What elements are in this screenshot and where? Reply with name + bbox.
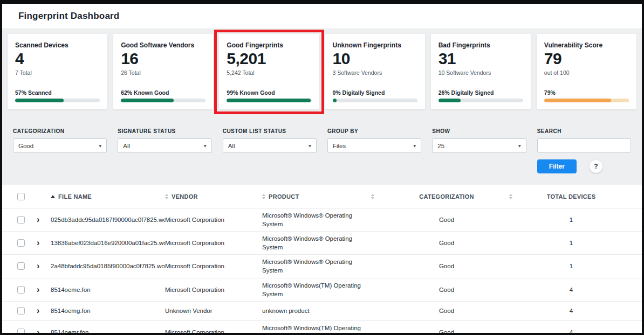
filter-categorization: Categorization Good ▾ bbox=[13, 128, 107, 153]
card-title: Good Software Vendors bbox=[121, 41, 205, 49]
progress-label: 99% Known Good bbox=[227, 89, 311, 96]
card-value: 10 bbox=[333, 50, 417, 68]
total-devices-cell: 4 bbox=[513, 287, 629, 293]
card-subtitle: 3 Software Vendors bbox=[333, 69, 417, 76]
group-by-select[interactable]: Files ▾ bbox=[327, 138, 421, 153]
total-devices-cell: 4 bbox=[513, 329, 629, 333]
table-header-row: File Name Vendor Product Categorization … bbox=[2, 185, 642, 208]
column-header-file-name[interactable]: File Name bbox=[51, 193, 165, 200]
select-value: All bbox=[228, 143, 235, 149]
card-title: Unknown Fingerprints bbox=[333, 41, 417, 49]
vendor-cell: Microsoft Corporation bbox=[165, 329, 262, 333]
custom-list-status-select[interactable]: All ▾ bbox=[223, 138, 317, 153]
filter-bar: Categorization Good ▾ Signature Status A… bbox=[2, 114, 642, 173]
sort-icon bbox=[371, 194, 374, 199]
filter-label: Categorization bbox=[13, 128, 107, 134]
select-all-checkbox[interactable] bbox=[17, 193, 25, 200]
column-header-product[interactable]: Product bbox=[262, 193, 380, 200]
sort-icon bbox=[509, 194, 512, 199]
progress-fill bbox=[121, 99, 173, 102]
progress-bar bbox=[333, 99, 417, 102]
column-label: Vendor bbox=[172, 193, 198, 200]
column-header-total-devices[interactable]: Total Devices bbox=[513, 193, 629, 200]
card-value: 79 bbox=[544, 50, 629, 68]
table-row: › 2a48bfaddc95da0185f90000ac0f7825.wow..… bbox=[2, 255, 642, 278]
card-subtitle: out of 100 bbox=[544, 69, 629, 76]
file-name-cell: 8514oemg.fon bbox=[51, 308, 165, 314]
vendor-cell: Microsoft Corporation bbox=[165, 287, 262, 293]
file-name-cell: 13836abef023da016e920000a01fac25.wow6... bbox=[51, 240, 165, 246]
card-good-fingerprints[interactable]: Good Fingerprints 5,201 5,242 Total 99% … bbox=[219, 34, 319, 109]
card-subtitle: 26 Total bbox=[121, 69, 205, 76]
product-cell: unknown product bbox=[262, 304, 380, 318]
card-unknown-fingerprints[interactable]: Unknown Fingerprints 10 3 Software Vendo… bbox=[325, 34, 425, 109]
column-label: File Name bbox=[58, 193, 92, 200]
expand-row-button[interactable]: › bbox=[36, 262, 51, 270]
expand-row-button[interactable]: › bbox=[36, 328, 51, 333]
sort-icon bbox=[165, 194, 168, 199]
product-cell: Microsoft® Windows(TM) Operating System bbox=[262, 321, 380, 333]
show-select[interactable]: 25 ▾ bbox=[432, 138, 526, 153]
progress-bar bbox=[439, 99, 523, 102]
row-checkbox[interactable] bbox=[17, 216, 25, 224]
progress-fill bbox=[227, 99, 311, 102]
card-vulnerability-score[interactable]: Vulnerability Score 79 out of 100 79% bbox=[537, 34, 636, 109]
product-cell: Microsoft® Windows® Operating System bbox=[262, 255, 380, 277]
page-title: Fingerprint Dashboard bbox=[18, 11, 119, 22]
card-value: 16 bbox=[121, 50, 205, 68]
app-header: Fingerprint Dashboard bbox=[2, 4, 642, 29]
column-label: Total Devices bbox=[547, 193, 596, 200]
filter-label: Signature Status bbox=[118, 128, 211, 134]
fingerprint-dashboard-page: Fingerprint Dashboard Scanned Devices 4 … bbox=[0, 0, 644, 335]
expand-row-button[interactable]: › bbox=[36, 306, 51, 315]
categorization-select[interactable]: Good ▾ bbox=[13, 138, 107, 153]
column-header-vendor[interactable]: Vendor bbox=[165, 193, 262, 200]
chevron-down-icon: ▾ bbox=[204, 143, 207, 149]
filter-show: Show 25 ▾ bbox=[432, 128, 526, 153]
chevron-down-icon: ▾ bbox=[309, 143, 311, 149]
expand-row-button[interactable]: › bbox=[36, 215, 51, 224]
card-value: 4 bbox=[15, 50, 100, 68]
row-checkbox[interactable] bbox=[17, 239, 25, 247]
table-row: › 8514oemg.fon Unknown Vendor unknown pr… bbox=[2, 302, 642, 321]
card-subtitle: 10 Software Vendors bbox=[439, 69, 523, 76]
expand-row-button[interactable]: › bbox=[36, 239, 51, 247]
table-row: › 8514oeme.fon Microsoft Corporation Mic… bbox=[2, 278, 642, 302]
card-title: Bad Fingerprints bbox=[439, 41, 523, 49]
card-title: Good Fingerprints bbox=[227, 41, 311, 49]
expand-row-button[interactable]: › bbox=[36, 285, 51, 294]
product-cell: Microsoft® Windows(TM) Operating System bbox=[262, 278, 380, 301]
filter-button[interactable]: Filter bbox=[537, 159, 577, 173]
chevron-down-icon: ▾ bbox=[413, 143, 416, 149]
search-input[interactable] bbox=[537, 138, 631, 153]
filter-signature-status: Signature Status All ▾ bbox=[118, 128, 211, 153]
select-value: 25 bbox=[437, 143, 444, 149]
progress-fill bbox=[544, 99, 611, 102]
row-checkbox[interactable] bbox=[17, 262, 25, 270]
filter-group-by: Group By Files ▾ bbox=[327, 128, 421, 153]
chevron-down-icon: ▾ bbox=[518, 143, 521, 149]
categorization-cell: Good bbox=[380, 217, 513, 223]
filter-label: Search bbox=[537, 128, 631, 134]
product-cell: Microsoft® Windows® Operating System bbox=[262, 208, 380, 231]
progress-label: 79% bbox=[544, 89, 629, 96]
sort-icon bbox=[262, 194, 265, 199]
progress-label: 0% Digitally Signed bbox=[333, 89, 417, 96]
product-cell: Microsoft® Windows® Operating System bbox=[262, 232, 380, 254]
row-checkbox[interactable] bbox=[17, 286, 25, 294]
card-good-software-vendors[interactable]: Good Software Vendors 16 26 Total 62% Kn… bbox=[113, 34, 213, 109]
card-scanned-devices[interactable]: Scanned Devices 4 7 Total 57% Scanned bbox=[8, 34, 107, 109]
card-subtitle: 5,242 Total bbox=[227, 69, 311, 76]
column-header-categorization[interactable]: Categorization bbox=[380, 193, 513, 200]
progress-fill bbox=[15, 99, 64, 102]
row-checkbox[interactable] bbox=[17, 329, 25, 333]
fingerprints-table: File Name Vendor Product Categorization … bbox=[2, 185, 642, 333]
signature-status-select[interactable]: All ▾ bbox=[118, 138, 211, 153]
column-label: Product bbox=[269, 193, 299, 200]
filter-custom-list-status: Custom List Status All ▾ bbox=[223, 128, 317, 153]
progress-fill bbox=[439, 99, 461, 102]
card-value: 5,201 bbox=[227, 50, 311, 68]
help-button[interactable]: ? bbox=[590, 160, 602, 173]
card-bad-fingerprints[interactable]: Bad Fingerprints 31 10 Software Vendors … bbox=[431, 34, 531, 109]
row-checkbox[interactable] bbox=[17, 307, 25, 315]
